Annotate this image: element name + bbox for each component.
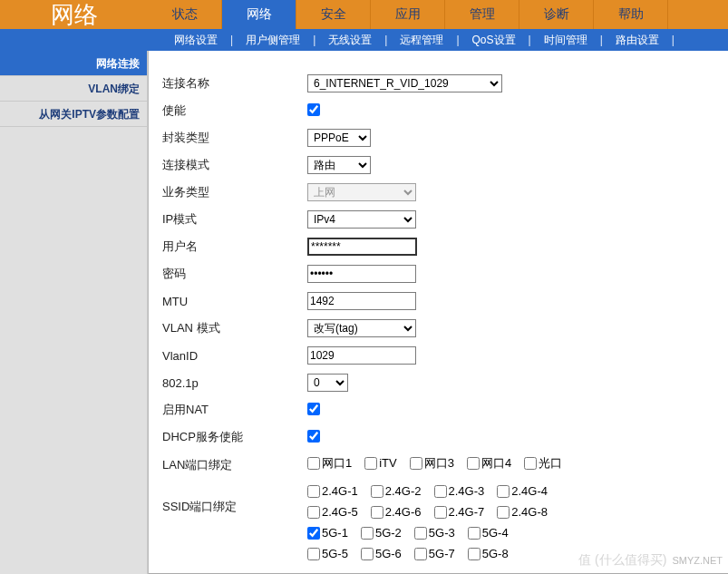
label-lan-bind: LAN端口绑定 bbox=[162, 457, 307, 473]
label-nat: 启用NAT bbox=[162, 402, 307, 418]
ssid5b-3[interactable]: 5G-8 bbox=[468, 545, 509, 563]
main-tabs: 状态网络安全应用管理诊断帮助 bbox=[148, 0, 728, 29]
ssid24b-checkbox-2[interactable] bbox=[434, 506, 447, 519]
label-conn-name: 连接名称 bbox=[162, 75, 307, 92]
ssid24b-checkbox-0[interactable] bbox=[307, 506, 320, 519]
ssid24b-checkbox-1[interactable] bbox=[371, 506, 383, 519]
label-vlanid: VlanID bbox=[162, 349, 307, 363]
logo-text: 网络 bbox=[51, 0, 98, 31]
sub-tab-6[interactable]: 路由设置 bbox=[603, 33, 672, 48]
label-biz: 业务类型 bbox=[162, 184, 307, 200]
ssid5b-2[interactable]: 5G-7 bbox=[414, 545, 455, 563]
sub-tab-0[interactable]: 网络设置 bbox=[161, 33, 230, 48]
sidebar-item-2[interactable]: 从网关IPTV参数配置 bbox=[0, 102, 147, 127]
ssid5a-3[interactable]: 5G-4 bbox=[468, 524, 509, 542]
sub-tabs: 网络设置|用户侧管理|无线设置|远程管理|QoS设置|时间管理|路由设置| bbox=[0, 29, 728, 51]
label-ssid-bind: SSID端口绑定 bbox=[162, 482, 307, 515]
ssid24a-checkbox-3[interactable] bbox=[497, 485, 510, 498]
sub-tab-5[interactable]: 时间管理 bbox=[531, 33, 600, 48]
ssid24a-checkbox-1[interactable] bbox=[371, 485, 383, 498]
select-vlan-mode[interactable]: 改写(tag) bbox=[307, 319, 416, 337]
ssid24b-checkbox-3[interactable] bbox=[497, 506, 510, 519]
lan-port-checkbox-3[interactable] bbox=[467, 457, 480, 470]
lan-ports-group: 网口1iTV网口3网口4光口 bbox=[307, 454, 714, 475]
ssid5b-checkbox-2[interactable] bbox=[414, 548, 427, 560]
ssid5b-0[interactable]: 5G-5 bbox=[307, 545, 348, 563]
ssid5a-0[interactable]: 5G-1 bbox=[307, 524, 348, 542]
lan-port-checkbox-1[interactable] bbox=[364, 457, 377, 470]
ssid5b-checkbox-1[interactable] bbox=[361, 548, 374, 560]
lan-port-1[interactable]: iTV bbox=[364, 454, 397, 472]
ssid5a-checkbox-2[interactable] bbox=[414, 527, 427, 540]
input-vlanid[interactable] bbox=[307, 346, 416, 365]
input-password[interactable] bbox=[307, 265, 416, 283]
ssid5a-checkbox-1[interactable] bbox=[361, 527, 374, 540]
main-tab-3[interactable]: 应用 bbox=[371, 0, 445, 29]
lan-port-checkbox-2[interactable] bbox=[410, 457, 422, 470]
label-8021p: 802.1p bbox=[162, 376, 307, 390]
label-ip-mode: IP模式 bbox=[162, 211, 307, 228]
label-dhcp: DHCP服务使能 bbox=[162, 429, 307, 445]
header: 网络 状态网络安全应用管理诊断帮助 bbox=[0, 0, 728, 29]
lan-port-0[interactable]: 网口1 bbox=[307, 454, 352, 472]
body-area: 网络连接VLAN绑定从网关IPTV参数配置 连接名称 6_INTERNET_R_… bbox=[0, 51, 728, 574]
lan-port-checkbox-4[interactable] bbox=[524, 457, 537, 470]
label-vlan-mode: VLAN 模式 bbox=[162, 320, 307, 336]
ssid5b-checkbox-0[interactable] bbox=[307, 548, 320, 560]
ssid24a-3[interactable]: 2.4G-4 bbox=[497, 482, 548, 501]
ssid5b-1[interactable]: 5G-6 bbox=[361, 545, 402, 563]
ssid5a-2[interactable]: 5G-3 bbox=[414, 524, 455, 542]
label-password: 密码 bbox=[162, 266, 307, 282]
ssid24b-0[interactable]: 2.4G-5 bbox=[307, 503, 358, 521]
ssid5b-checkbox-3[interactable] bbox=[468, 548, 480, 560]
ssid24b-2[interactable]: 2.4G-7 bbox=[434, 503, 485, 521]
select-ip-mode[interactable]: IPv4 bbox=[307, 210, 416, 229]
logo-area: 网络 bbox=[0, 0, 148, 29]
select-8021p[interactable]: 0 bbox=[307, 374, 348, 392]
checkbox-dhcp[interactable] bbox=[307, 430, 320, 443]
sub-tab-2[interactable]: 无线设置 bbox=[315, 33, 384, 48]
ssid24a-0[interactable]: 2.4G-1 bbox=[307, 482, 358, 501]
lan-port-checkbox-0[interactable] bbox=[307, 457, 320, 470]
ssid24a-checkbox-0[interactable] bbox=[307, 485, 320, 498]
select-biz: 上网 bbox=[307, 183, 416, 201]
input-mtu[interactable] bbox=[307, 292, 416, 310]
ssid24a-2[interactable]: 2.4G-3 bbox=[434, 482, 485, 501]
ssid24a-checkbox-2[interactable] bbox=[434, 485, 447, 498]
lan-port-4[interactable]: 光口 bbox=[524, 454, 562, 472]
sub-tab-3[interactable]: 远程管理 bbox=[387, 33, 456, 48]
sidebar-item-0[interactable]: 网络连接 bbox=[0, 51, 147, 76]
label-mtu: MTU bbox=[162, 295, 307, 308]
sub-tab-1[interactable]: 用户侧管理 bbox=[233, 33, 313, 48]
content-panel: 连接名称 6_INTERNET_R_VID_1029 使能 封装类型 PPPoE… bbox=[148, 51, 728, 574]
sidebar-item-1[interactable]: VLAN绑定 bbox=[0, 76, 147, 102]
lan-port-2[interactable]: 网口3 bbox=[410, 454, 454, 472]
lan-port-3[interactable]: 网口4 bbox=[467, 454, 511, 472]
input-username[interactable] bbox=[307, 238, 417, 256]
label-username: 用户名 bbox=[162, 238, 307, 255]
label-encap: 封装类型 bbox=[162, 130, 307, 146]
main-tab-4[interactable]: 管理 bbox=[445, 0, 519, 29]
label-conn-mode: 连接模式 bbox=[162, 157, 307, 173]
main-tab-0[interactable]: 状态 bbox=[148, 0, 222, 29]
label-enable: 使能 bbox=[162, 102, 307, 119]
select-encap[interactable]: PPPoE bbox=[307, 129, 371, 147]
ssid-ports-group: 2.4G-12.4G-22.4G-32.4G-42.4G-52.4G-62.4G… bbox=[307, 482, 714, 566]
ssid5a-checkbox-3[interactable] bbox=[468, 527, 480, 540]
ssid5a-checkbox-0[interactable] bbox=[307, 527, 320, 540]
ssid24a-1[interactable]: 2.4G-2 bbox=[371, 482, 422, 501]
main-tab-6[interactable]: 帮助 bbox=[594, 0, 668, 29]
checkbox-enable[interactable] bbox=[307, 103, 320, 116]
ssid24b-1[interactable]: 2.4G-6 bbox=[371, 503, 422, 521]
ssid24b-3[interactable]: 2.4G-8 bbox=[497, 503, 548, 521]
select-conn-name[interactable]: 6_INTERNET_R_VID_1029 bbox=[307, 74, 502, 92]
ssid5a-1[interactable]: 5G-2 bbox=[361, 524, 402, 542]
checkbox-nat[interactable] bbox=[307, 403, 320, 415]
main-tab-1[interactable]: 网络 bbox=[222, 0, 296, 29]
select-conn-mode[interactable]: 路由 bbox=[307, 156, 371, 174]
main-tab-2[interactable]: 安全 bbox=[296, 0, 371, 29]
sidebar: 网络连接VLAN绑定从网关IPTV参数配置 bbox=[0, 51, 148, 574]
sub-tab-4[interactable]: QoS设置 bbox=[460, 33, 529, 48]
main-tab-5[interactable]: 诊断 bbox=[519, 0, 594, 29]
